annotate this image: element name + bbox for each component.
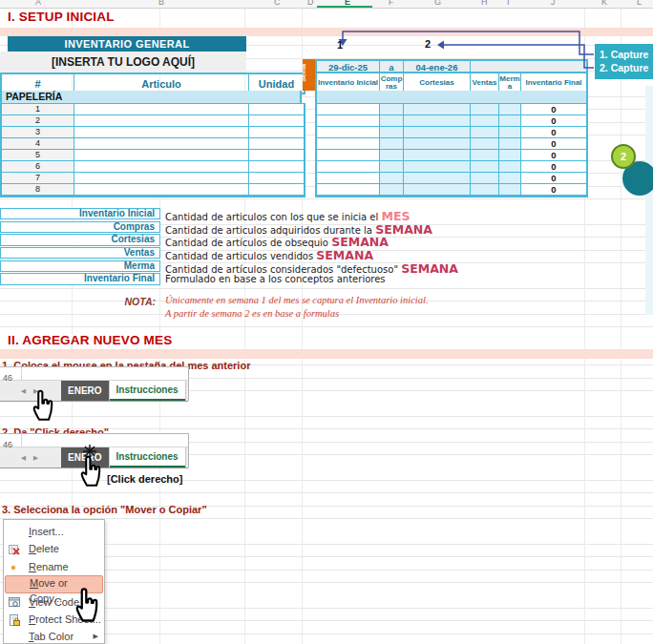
merma-cell[interactable]: [498, 184, 520, 196]
logo-placeholder-cell[interactable]: [INSERTA TU LOGO AQUÍ]: [0, 52, 246, 73]
submenu-arrow-icon: ▶: [94, 628, 98, 644]
inventario-inicial-cell[interactable]: [317, 127, 379, 138]
merma-cell[interactable]: [498, 104, 520, 115]
inventario-final-cell[interactable]: 0: [520, 150, 586, 161]
ventas-cell[interactable]: [470, 127, 498, 138]
inventario-inicial-cell[interactable]: [317, 150, 379, 161]
ventas-cell[interactable]: [470, 138, 498, 150]
nota-line-1: Únicamente en semana 1 del mes se captur…: [165, 295, 429, 305]
articulo-cell[interactable]: [74, 138, 248, 150]
articulo-cell[interactable]: [74, 161, 248, 173]
inventario-inicial-cell[interactable]: [317, 138, 379, 150]
merma-cell[interactable]: [498, 173, 520, 184]
inventario-final-cell[interactable]: 0: [520, 115, 586, 127]
definition-description: Formulado en base a los conceptos anteri…: [165, 274, 386, 284]
inventario-inicial-cell[interactable]: [317, 184, 379, 196]
articulo-cell[interactable]: [74, 104, 248, 115]
compras-cell[interactable]: [379, 127, 403, 138]
ventas-cell[interactable]: [470, 150, 498, 161]
articulo-cell[interactable]: [74, 150, 248, 161]
tab-instrucciones[interactable]: Instrucciones: [109, 447, 186, 467]
inventario-final-cell[interactable]: 0: [520, 161, 586, 173]
unidad-cell[interactable]: [248, 127, 304, 138]
merma-cell[interactable]: [498, 161, 520, 173]
row-number-cell: 2: [2, 115, 74, 127]
column-letter-D[interactable]: D: [307, 0, 314, 7]
compras-cell[interactable]: [379, 115, 403, 127]
inventario-inicial-cell[interactable]: [317, 161, 379, 173]
inventario-inicial-cell[interactable]: [317, 173, 379, 184]
menu-item-move-or-copy[interactable]: Move or Copy...: [5, 575, 103, 592]
column-letter-H[interactable]: H: [481, 0, 488, 7]
inventario-final-cell[interactable]: 0: [520, 173, 586, 184]
compras-cell[interactable]: [379, 150, 403, 161]
unidad-cell[interactable]: [248, 104, 304, 115]
menu-item-protect-sheet[interactable]: Protect Sheet...: [4, 611, 104, 628]
inventario-inicial-cell[interactable]: [317, 115, 379, 127]
ventas-cell[interactable]: [470, 173, 498, 184]
merma-cell[interactable]: [498, 138, 520, 150]
compras-cell[interactable]: [379, 161, 403, 173]
inventario-inicial-cell[interactable]: [317, 104, 379, 115]
week-marker-1: 1: [337, 39, 343, 51]
definition-term: Inventario Inicial: [0, 208, 160, 219]
inventario-final-cell[interactable]: 0: [520, 138, 586, 150]
cortesias-cell[interactable]: [403, 150, 470, 161]
cortesias-cell[interactable]: [403, 127, 470, 138]
compras-cell[interactable]: [379, 104, 403, 115]
compras-cell[interactable]: [379, 138, 403, 150]
unidad-cell[interactable]: [248, 161, 304, 173]
capture-callout-line1: 1. Capture: [600, 48, 653, 61]
ventas-cell[interactable]: [470, 161, 498, 173]
cortesias-cell[interactable]: [403, 115, 470, 127]
column-letter-C[interactable]: C: [274, 0, 281, 7]
menu-item-rename[interactable]: Rename: [4, 558, 104, 575]
articulo-cell[interactable]: [74, 127, 248, 138]
column-letter-J[interactable]: J: [551, 0, 556, 7]
unidad-cell[interactable]: [248, 150, 304, 161]
articulo-cell[interactable]: [74, 173, 248, 184]
cortesias-cell[interactable]: [403, 173, 470, 184]
sheet-tab-bar: ◀▶ ENERO Instrucciones: [0, 381, 188, 402]
tab-enero[interactable]: ENERO: [61, 381, 109, 401]
column-letter-L[interactable]: L: [637, 0, 642, 7]
ventas-cell[interactable]: [470, 104, 498, 115]
column-letter-G[interactable]: G: [434, 0, 441, 7]
merma-cell[interactable]: [498, 115, 520, 127]
compras-cell[interactable]: [379, 173, 403, 184]
column-letter-F[interactable]: F: [389, 0, 394, 7]
merma-cell[interactable]: [498, 150, 520, 161]
cortesias-cell[interactable]: [403, 184, 470, 196]
definition-row: ComprasCantidad de articulos adquiridos …: [0, 221, 653, 235]
tab-scroll-icons[interactable]: ◀▶: [0, 381, 61, 401]
ventas-cell[interactable]: [470, 115, 498, 127]
menu-item-delete[interactable]: Delete: [4, 540, 104, 557]
menu-item-view-code[interactable]: View Code: [4, 593, 104, 611]
cortesias-cell[interactable]: [403, 138, 470, 150]
column-letter-A[interactable]: A: [35, 0, 41, 7]
articulo-cell[interactable]: [74, 115, 248, 127]
compras-cell[interactable]: [379, 184, 403, 196]
click-derecho-caption: [Click derecho]: [107, 473, 182, 485]
cortesias-cell[interactable]: [403, 161, 470, 173]
tab-instrucciones[interactable]: Instrucciones: [109, 381, 186, 401]
unidad-cell[interactable]: [248, 138, 304, 150]
inventario-final-cell[interactable]: 0: [520, 127, 586, 138]
click-spark-icon: [82, 444, 97, 459]
tab-scroll-icons[interactable]: ◀▶: [0, 447, 61, 467]
articulo-cell[interactable]: [74, 184, 248, 196]
cortesias-cell[interactable]: [403, 104, 470, 115]
menu-item-tab-color[interactable]: Tab Color▶: [4, 628, 104, 644]
merma-cell[interactable]: [498, 127, 520, 138]
inventario-final-cell[interactable]: 0: [520, 184, 586, 196]
column-letter-I[interactable]: I: [507, 0, 510, 7]
unidad-cell[interactable]: [248, 184, 304, 196]
column-letter-K[interactable]: K: [601, 0, 607, 7]
capture-callout: 1. Capture 2. Capture: [595, 44, 653, 79]
inventario-final-cell[interactable]: 0: [520, 104, 586, 115]
menu-item-insert[interactable]: Insert...: [4, 523, 104, 540]
ventas-cell[interactable]: [470, 184, 498, 196]
unidad-cell[interactable]: [248, 173, 304, 184]
unidad-cell[interactable]: [248, 115, 304, 127]
column-letter-B[interactable]: B: [158, 0, 164, 7]
